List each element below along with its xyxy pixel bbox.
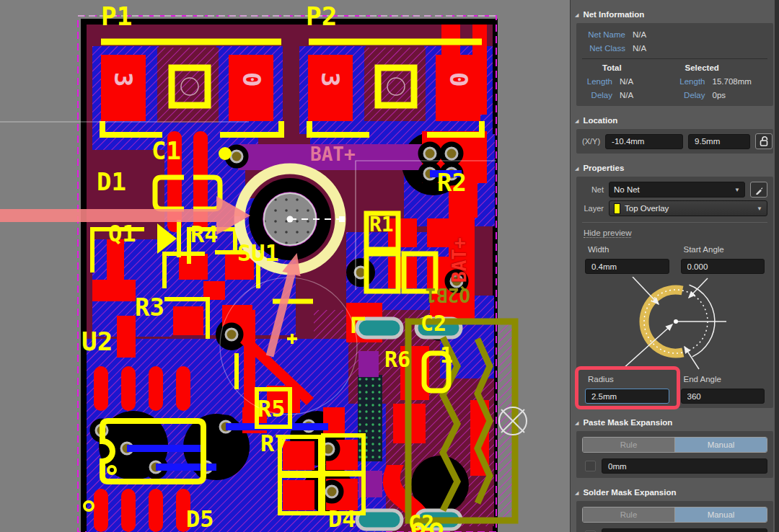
hide-preview-link[interactable]: Hide preview [584,229,631,238]
radius-label: Radius [588,375,669,386]
collapse-triangle-icon: ◢ [575,12,578,17]
end-angle-label: End Angle [684,375,765,386]
xy-label: (X/Y) [582,137,600,146]
paste-mask-checkbox[interactable] [585,461,596,471]
collapse-triangle-icon: ◢ [575,420,578,425]
net-information-box: Net Name N/A Net Class N/A Total Length … [576,23,773,106]
solder-mask-box: Rule Manual [576,501,773,532]
properties-box: Net No Net ▼ Layer Top Overlay ▼ [576,177,773,408]
net-class-value: N/A [633,44,646,53]
properties-panel: ◢ Net Information Net Name N/A Net Class… [570,0,779,532]
total-delay-value: N/A [620,91,633,99]
chevron-down-icon: ▼ [734,187,740,193]
unlock-icon [760,136,769,146]
paste-mask-box: Rule Manual [576,431,773,478]
selected-arc[interactable] [234,169,345,270]
arc-preview-graphic [614,277,736,372]
divider [582,222,767,223]
width-field[interactable] [585,259,669,274]
selected-delay-label: Delay [675,91,713,99]
section-title: Location [583,116,617,125]
pcb-drawing [0,0,570,532]
radius-group: Radius [585,373,669,404]
divider [582,58,767,59]
x-coordinate-field[interactable] [605,134,683,149]
total-length-value: N/A [620,77,633,86]
eyedropper-icon [754,185,764,195]
total-header: Total [582,61,675,74]
selected-delay-value: 0ps [713,91,726,99]
width-label: Width [588,245,669,256]
location-box: (X/Y) [576,129,773,154]
arc-handle-right[interactable] [339,216,345,222]
total-column: Total Length N/A Delay N/A [582,61,675,102]
total-delay-label: Delay [582,91,620,99]
pcb-canvas[interactable]: P1P23030C1BAT+D1R2R1BAT+Q1R4SU1Q2B1R3U2C… [0,0,570,532]
solder-mask-manual-button[interactable]: Manual [675,507,767,522]
net-dropdown-value: No Net [614,185,730,194]
layer-dropdown-value: Top Overlay [625,204,752,213]
chevron-down-icon: ▼ [757,205,762,212]
paste-mask-mode-toggle: Rule Manual [582,437,767,453]
layer-color-swatch [614,203,620,214]
selected-column: Selected Length 15.708mm Delay 0ps [675,61,768,102]
section-title: Net Information [583,10,644,19]
solder-mask-rule-button[interactable]: Rule [583,507,675,522]
paste-mask-rule-button[interactable]: Rule [583,438,675,452]
net-name-label: Net Name [582,30,633,39]
radius-field[interactable] [585,389,669,404]
layer-dropdown[interactable]: Top Overlay ▼ [609,200,767,216]
start-angle-label: Start Angle [684,245,765,256]
section-header-location[interactable]: ◢ Location [575,115,772,126]
section-title: Solder Mask Expansion [583,488,676,497]
paste-mask-manual-button[interactable]: Manual [675,438,767,452]
altium-pcb-editor: P1P23030C1BAT+D1R2R1BAT+Q1R4SU1Q2B1R3U2C… [0,0,779,532]
selected-length-value: 15.708mm [713,77,752,86]
total-length-label: Length [582,77,620,86]
collapse-triangle-icon: ◢ [575,490,578,495]
paste-mask-value-field[interactable] [602,458,767,474]
selected-length-label: Length [675,77,713,86]
selected-header: Selected [675,61,768,74]
solder-mask-mode-toggle: Rule Manual [582,507,767,523]
net-name-value: N/A [633,30,646,39]
collapse-triangle-icon: ◢ [575,166,578,171]
section-header-net-information[interactable]: ◢ Net Information [575,9,772,20]
section-header-properties[interactable]: ◢ Properties [575,162,772,174]
y-coordinate-field[interactable] [688,134,750,149]
start-angle-field[interactable] [681,259,765,274]
end-angle-field[interactable] [681,389,765,404]
solder-mask-value-field[interactable] [602,528,767,532]
section-title: Properties [583,164,624,172]
net-dropdown[interactable]: No Net ▼ [609,182,745,198]
layer-label: Layer [582,204,604,213]
lock-button[interactable] [755,133,773,149]
collapse-triangle-icon: ◢ [575,118,578,123]
panel-scrollbar[interactable] [775,0,779,532]
net-picker-button[interactable] [750,182,767,198]
section-title: Paste Mask Expansion [583,418,672,427]
net-label: Net [582,185,604,194]
net-class-label: Net Class [582,44,633,53]
section-header-solder-mask[interactable]: ◢ Solder Mask Expansion [575,487,772,498]
section-header-paste-mask[interactable]: ◢ Paste Mask Expansion [575,417,772,428]
